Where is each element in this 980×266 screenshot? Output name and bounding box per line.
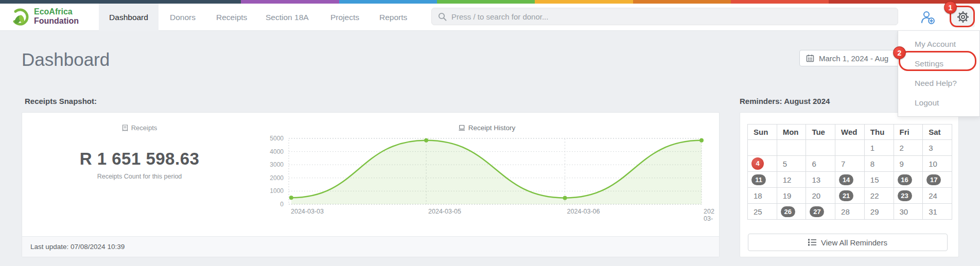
top-accent-stripe — [0, 0, 980, 4]
calendar-day-cell[interactable]: 26 — [777, 204, 806, 220]
calendar-day-cell[interactable]: 21 — [835, 188, 865, 204]
calendar-week-row: 11121314151617 — [748, 172, 952, 188]
y-tick-label: 2000 — [270, 174, 284, 182]
annotation-step-2-badge: 2 — [893, 46, 906, 59]
calendar-day-cell[interactable]: 7 — [835, 156, 865, 172]
weekday-header: Sun — [748, 125, 777, 140]
tab-donors[interactable]: Donors — [170, 4, 196, 31]
search-icon — [438, 12, 447, 21]
tab-receipts[interactable]: Receipts — [216, 4, 247, 31]
x-tick-label: 2024-03-05 — [428, 208, 461, 215]
calendar-day-cell[interactable]: 24 — [923, 188, 952, 204]
calendar-day-cell — [835, 140, 865, 156]
stripe-segment — [829, 0, 980, 4]
reminder-day-pill[interactable]: 16 — [898, 174, 912, 185]
list-icon — [808, 239, 816, 246]
reminders-card: SunMonTueWedThuFriSat 123456789101112131… — [740, 112, 959, 257]
stripe-segment — [339, 0, 437, 4]
calendar-day-cell[interactable]: 10 — [923, 156, 952, 172]
calendar-day-cell[interactable]: 20 — [806, 188, 835, 204]
reminders-label: Reminders: August 2024 — [740, 97, 830, 105]
search-input[interactable] — [451, 12, 891, 21]
last-update-footer: Last update: 07/08/2024 10:39 — [22, 236, 719, 257]
receipts-stat-title: Receipts — [22, 124, 257, 132]
calendar-day-cell[interactable]: 1 — [864, 140, 894, 156]
navbar: EcoAfrica Foundation DashboardDonorsRece… — [0, 4, 980, 31]
donor-search[interactable] — [431, 8, 898, 25]
receipts-count-caption: Receipts Count for this period — [22, 173, 257, 180]
menu-item-logout[interactable]: Logout — [898, 93, 979, 113]
calendar-day-cell[interactable]: 8 — [864, 156, 894, 172]
reminder-day-pill[interactable]: 23 — [898, 190, 912, 201]
chart-area — [291, 140, 702, 204]
weekday-header: Sat — [923, 125, 952, 140]
tab-projects[interactable]: Projects — [330, 4, 359, 31]
calendar-day-cell[interactable]: 25 — [748, 204, 777, 220]
calendar-day-cell[interactable]: 27 — [806, 204, 835, 220]
reminder-day-pill[interactable]: 14 — [839, 174, 853, 185]
weekday-header: Thu — [864, 125, 894, 140]
calendar-day-cell[interactable]: 13 — [806, 172, 835, 188]
calendar-day-cell[interactable]: 30 — [894, 204, 923, 220]
view-all-reminders-button[interactable]: View All Reminders — [748, 234, 948, 251]
reminder-day-pill[interactable]: 27 — [810, 206, 824, 217]
menu-item-need-help-[interactable]: Need Help? — [898, 74, 979, 93]
calendar-day-cell[interactable]: 9 — [894, 156, 923, 172]
calendar-day-cell[interactable]: 16 — [894, 172, 923, 188]
calendar-day-cell[interactable]: 28 — [835, 204, 865, 220]
stripe-segment — [437, 0, 535, 4]
calendar-day-cell[interactable]: 12 — [777, 172, 806, 188]
reminder-day-pill[interactable]: 17 — [926, 174, 941, 185]
data-point — [289, 196, 293, 200]
y-tick-label: 4000 — [270, 148, 284, 155]
plot-border — [289, 138, 702, 204]
weekday-header: Wed — [835, 125, 865, 140]
calendar-day-cell[interactable]: 22 — [864, 188, 894, 204]
tab-section-18a[interactable]: Section 18A — [266, 4, 309, 31]
annotation-circle-settings — [899, 51, 976, 71]
calendar-day-cell[interactable]: 6 — [806, 156, 835, 172]
calendar-day-cell[interactable]: 17 — [923, 172, 952, 188]
calendar-day-cell[interactable]: 3 — [923, 140, 952, 156]
calendar-day-cell[interactable]: 4 — [748, 156, 777, 172]
reminders-calendar: SunMonTueWedThuFriSat 123456789101112131… — [747, 124, 952, 220]
calendar-day-cell — [777, 140, 806, 156]
reminder-day-pill[interactable]: 26 — [781, 206, 795, 217]
calendar-day-cell[interactable]: 2 — [894, 140, 923, 156]
calendar-day-cell[interactable]: 5 — [777, 156, 806, 172]
stripe-segment — [633, 0, 731, 4]
receipt-history-icon — [459, 125, 465, 131]
calendar-week-row: 45678910 — [748, 156, 952, 172]
calendar-week-row: 25262728293031 — [748, 204, 952, 220]
calendar-day-cell[interactable]: 29 — [864, 204, 894, 220]
weekday-header: Fri — [894, 125, 923, 140]
reminder-day-pill[interactable]: 21 — [839, 190, 853, 201]
add-donor-button[interactable] — [919, 9, 937, 26]
weekday-header: Tue — [806, 125, 835, 140]
calendar-day-cell[interactable]: 31 — [923, 204, 952, 220]
reminder-day-pill[interactable]: 11 — [751, 174, 766, 185]
tab-reports[interactable]: Reports — [379, 4, 407, 31]
brand-logo[interactable]: EcoAfrica Foundation — [10, 6, 79, 27]
stripe-segment — [731, 0, 829, 4]
reminder-day-red[interactable]: 4 — [751, 157, 764, 170]
calendar-day-cell[interactable]: 15 — [864, 172, 894, 188]
receipts-snapshot-label: Receipts Snapshot: — [25, 97, 97, 105]
receipt-icon — [122, 125, 128, 132]
tab-dashboard[interactable]: Dashboard — [99, 4, 159, 31]
receipts-snapshot-card: Receipts R 1 651 598.63 Receipts Count f… — [22, 112, 720, 257]
calendar-day-cell[interactable]: 11 — [748, 172, 777, 188]
calendar-day-cell[interactable]: 18 — [748, 188, 777, 204]
weekday-header: Mon — [777, 125, 806, 140]
calendar-day-cell — [748, 140, 777, 156]
date-range-label: March 1, 2024 - Aug — [819, 54, 888, 63]
calendar-day-cell[interactable]: 14 — [835, 172, 865, 188]
receipts-stat: Receipts R 1 651 598.63 Receipts Count f… — [22, 113, 257, 180]
chart-line — [291, 140, 702, 198]
stripe-segment — [535, 0, 633, 4]
person-add-icon — [920, 10, 936, 25]
calendar-day-cell[interactable]: 23 — [894, 188, 923, 204]
x-tick-label: 03- — [704, 215, 713, 222]
leaf-logo-icon — [10, 6, 30, 27]
calendar-day-cell[interactable]: 19 — [777, 188, 806, 204]
